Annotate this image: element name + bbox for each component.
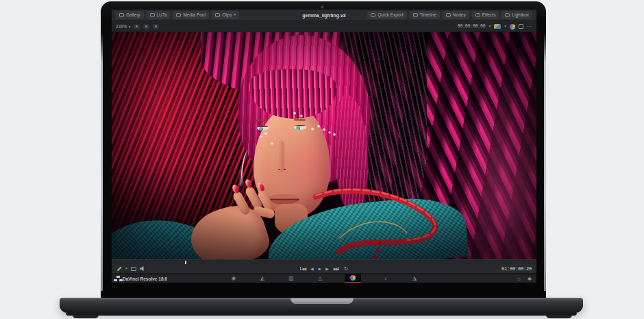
step-back-button[interactable]: ◀ [310,266,314,271]
color-page-icon [350,275,356,281]
record-timecode: 01:00:00:20 [501,266,532,272]
laptop-foot-left [73,315,99,318]
bypass-grades-toggle[interactable] [134,24,140,29]
page-tab-deliver[interactable]: ◮ [410,276,419,281]
davinci-resolve-window: Gallery LUTs Media Pool Clips▾ gemma_lig… [112,10,536,283]
clip-thumbnail-icon[interactable] [494,24,501,29]
effects-icon [475,13,480,17]
expand-viewer-icon[interactable] [519,24,523,29]
toggle-glyph [155,25,157,27]
lid-lift-notch [290,298,354,304]
home-button[interactable]: ⌂ [517,276,521,282]
go-to-start-button[interactable]: ◀◀ [300,266,306,271]
viewer-canvas[interactable] [112,32,536,259]
color-wheel-icon[interactable] [510,24,515,29]
toggle-glyph [136,25,138,27]
lightbox-icon [505,13,510,17]
play-button[interactable]: ▶ [325,266,329,271]
effects-button[interactable]: Effects [472,11,499,19]
wipe-mode-toggle[interactable] [153,24,159,29]
lightbox-button[interactable]: Lightbox [501,11,532,19]
quick-export-icon [371,13,375,17]
scene: Gallery LUTs Media Pool Clips▾ gemma_lig… [0,0,644,319]
stop-button[interactable]: ■ [319,267,321,271]
top-toolbar: Gallery LUTs Media Pool Clips▾ gemma_lig… [112,10,536,21]
webcam-dot [321,5,324,9]
viewer-toolbar: 239% ▾ Timeline 1 ▾ 00:00:00:00 ▾ ▾ ⋯ [112,21,536,32]
laptop-underside [66,313,577,316]
page-tab-fusion[interactable]: ◬ [316,276,324,281]
page-tab-edit[interactable]: ▥ [287,276,295,281]
unmix-toggle[interactable] [143,24,149,29]
transport-bar: ▾ ◀◀ ◀ ■ ▶ ▶▶ ↻ 01:00:00:20 [112,264,536,274]
nodes-button[interactable]: Nodes [443,11,469,19]
viewer-zoom-select[interactable]: 239% ▾ [116,24,130,29]
photo-vignette [112,32,536,259]
quick-export-button[interactable]: Quick Export [367,11,406,19]
chevron-down-icon: ▾ [504,25,506,29]
lid-edge-right [544,32,546,291]
chevron-down-icon: ▾ [488,25,491,29]
laptop-foot-right [546,315,572,318]
page-bar: DaVinci Resolve 18.6 ◉ ◭ ▥ ◬ ♪ ◮ ⌂ ✱ [112,274,536,283]
viewer-scrub-bar[interactable] [112,259,536,264]
page-tab-color[interactable] [345,274,361,283]
page-tab-fairlight[interactable]: ♪ [382,276,390,281]
timeline-icon [413,13,418,17]
page-tab-cut[interactable]: ◭ [258,276,267,281]
loop-button[interactable]: ↻ [344,265,348,272]
page-tab-media[interactable]: ◉ [230,276,238,281]
nodes-icon [446,13,451,17]
toggle-glyph [145,25,147,27]
source-timecode: 00:00:00:00 [458,24,486,29]
go-to-end-button[interactable]: ▶▶ [334,266,339,271]
timeline-button[interactable]: Timeline [410,11,440,19]
chevron-down-icon: ▾ [128,25,130,29]
settings-gear-icon[interactable]: ✱ [528,276,532,282]
options-menu-icon[interactable]: ⋯ [527,24,532,29]
lid-edge-left [101,32,103,291]
